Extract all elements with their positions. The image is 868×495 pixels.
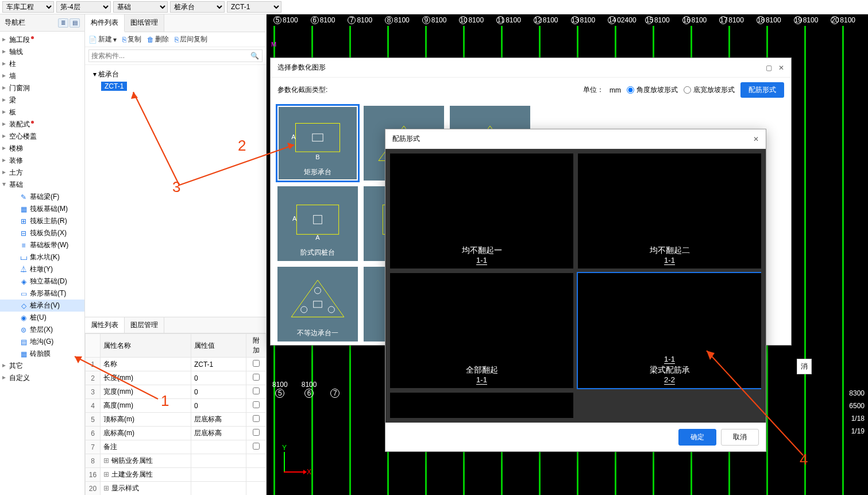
nav-item[interactable]: ▸门窗洞: [0, 82, 84, 94]
col-name: 属性名称: [101, 334, 191, 358]
modal1-close-icon[interactable]: ✕: [778, 64, 784, 72]
nav-subitem[interactable]: ◇桩承台(V): [0, 300, 84, 312]
type-icon: ▤: [20, 338, 28, 346]
component-select[interactable]: ZCT-1: [227, 1, 281, 13]
nav-item[interactable]: ▸装修: [0, 155, 84, 167]
nav-subitem[interactable]: ✎基础梁(F): [0, 191, 84, 203]
nav-subitem[interactable]: ⏃柱墩(Y): [0, 263, 84, 275]
type-select[interactable]: 桩承台: [170, 1, 225, 13]
property-row[interactable]: 5顶标高(m)层底标高: [86, 413, 266, 427]
nav-item[interactable]: ▸施工段: [0, 34, 84, 46]
modal1-max-icon[interactable]: ▢: [766, 64, 772, 72]
property-row[interactable]: 16土建业务属性: [86, 468, 266, 482]
radio-width[interactable]: 底宽放坡形式: [684, 85, 735, 95]
nav-item[interactable]: ▸楼梯: [0, 143, 84, 155]
copy-button[interactable]: ⎘复制: [122, 34, 141, 44]
type-icon: ▦: [20, 205, 28, 213]
type-icon: ◉: [20, 314, 28, 322]
delete-button[interactable]: 🗑删除: [147, 34, 169, 44]
nav-item[interactable]: ▸空心楼盖: [0, 131, 84, 143]
mid-panel: 构件列表 图纸管理 📄新建 ▾ ⎘复制 🗑删除 ⎘层间复制 🔍 ▾ 桩承台 ZC…: [85, 14, 267, 495]
shape-card[interactable]: AA阶式四桩台: [277, 186, 358, 261]
type-icon: ▭: [20, 290, 28, 298]
modal2-title: 配筋形式: [392, 134, 420, 144]
property-row[interactable]: 1名称ZCT-1: [86, 358, 266, 371]
search-icon: 🔍: [250, 52, 259, 60]
property-row[interactable]: 8钢筋业务属性: [86, 454, 266, 468]
search-input[interactable]: [88, 49, 263, 62]
rebar-card[interactable]: 横向面筋纵向面筋横向底筋YDJ均不翻起二1-1: [578, 154, 761, 268]
type-icon: ⊞: [20, 217, 28, 225]
tab-properties[interactable]: 属性列表: [85, 317, 125, 333]
modal2-close-icon[interactable]: ✕: [753, 135, 759, 143]
property-row[interactable]: 4高度(mm)0: [86, 399, 266, 413]
nav-subitem[interactable]: ≡基础板带(W): [0, 239, 84, 251]
nav-item[interactable]: ▸装配式: [0, 118, 84, 131]
tab-component-list[interactable]: 构件列表: [85, 14, 125, 32]
modal1-title: 选择参数化图形: [277, 63, 326, 72]
rebar-form-button[interactable]: 配筋形式: [740, 82, 784, 98]
nav-subitem[interactable]: ⊞筏板主筋(R): [0, 215, 84, 227]
svg-rect-13: [314, 216, 322, 224]
unit-value: mm: [609, 86, 621, 94]
nav-view-list-icon[interactable]: ≣: [58, 18, 68, 28]
property-row[interactable]: 7备注: [86, 440, 266, 454]
property-row[interactable]: 3宽度(mm)0: [86, 385, 266, 399]
unit-label: 单位：: [583, 85, 604, 95]
svg-point-19: [301, 306, 307, 313]
nav-item[interactable]: ▸柱: [0, 58, 84, 70]
marker-m: M: [271, 41, 276, 48]
component-group[interactable]: ▾ 桩承台: [85, 68, 266, 80]
svg-rect-1: [313, 134, 323, 141]
rebar-card[interactable]: 横向面筋纵向面筋横向底筋YDJ均不翻起一1-1: [390, 154, 573, 268]
component-leaf-zct1[interactable]: ZCT-1: [101, 82, 127, 91]
rebar-card[interactable]: 横向钢筋XGJ纵向钢筋YGJ: [390, 393, 573, 418]
nav-subitem[interactable]: ▤地沟(G): [0, 336, 84, 348]
nav-view-grid-icon[interactable]: ▤: [70, 18, 80, 28]
nav-subitem[interactable]: ◈独立基础(D): [0, 275, 84, 287]
property-row[interactable]: 20显示样式: [86, 482, 266, 496]
tab-layers[interactable]: 图层管理: [125, 317, 164, 333]
nav-item[interactable]: ▸板: [0, 106, 84, 118]
svg-rect-12: [296, 205, 338, 235]
cancel-button[interactable]: 取消: [721, 429, 759, 446]
nav-subitem[interactable]: ▭条形基础(T): [0, 287, 84, 300]
type-icon: ⊜: [20, 326, 28, 334]
svg-text:B: B: [315, 154, 319, 160]
category-select[interactable]: 基础: [113, 1, 168, 13]
property-panel: 属性列表 图层管理 属性名称 属性值 附加 1名称ZCT-12长度(mm)03宽…: [85, 317, 266, 495]
svg-marker-17: [291, 280, 344, 317]
tab-drawing-mgmt[interactable]: 图纸管理: [125, 14, 164, 32]
ruler-top: 5810068100781008810098100108100118100128…: [267, 14, 868, 26]
nav-item[interactable]: ▸其它: [0, 360, 84, 372]
nav-subitem[interactable]: ⌴集水坑(K): [0, 251, 84, 263]
property-table: 属性名称 属性值 附加 1名称ZCT-12长度(mm)03宽度(mm)04高度(…: [85, 333, 266, 495]
nav-subitem[interactable]: ▦筏板基础(M): [0, 203, 84, 215]
section-type-label: 参数化截面类型:: [277, 85, 327, 95]
rebar-card[interactable]: 上部筋XGJ1-1梁式配筋承2-2: [578, 273, 761, 388]
svg-point-18: [315, 287, 321, 294]
floor-select[interactable]: 第-4层: [56, 1, 111, 13]
ok-button[interactable]: 确定: [678, 429, 716, 446]
search-box: 🔍: [85, 47, 266, 65]
type-icon: ⊟: [20, 229, 28, 237]
nav-item[interactable]: ▸墙: [0, 70, 84, 82]
nav-subitem[interactable]: ⊜垫层(X): [0, 324, 84, 336]
new-button[interactable]: 📄新建 ▾: [88, 34, 117, 44]
nav-item[interactable]: ▸轴线: [0, 46, 84, 58]
shape-card[interactable]: 不等边承台一: [277, 267, 358, 341]
property-row[interactable]: 2长度(mm)0: [86, 371, 266, 385]
nav-subitem[interactable]: ◉桩(U): [0, 312, 84, 324]
nav-item[interactable]: ▾基础: [0, 179, 84, 191]
nav-subitem[interactable]: ⊟筏板负筋(X): [0, 227, 84, 239]
nav-item[interactable]: ▸梁: [0, 94, 84, 106]
rebar-card[interactable]: 横向面筋XMJ横向底筋YDJ全部翻起1-1: [390, 273, 573, 388]
nav-item[interactable]: ▸自定义: [0, 372, 84, 384]
shape-card[interactable]: BA矩形承台: [277, 106, 358, 181]
nav-subitem[interactable]: ▦砖胎膜: [0, 348, 84, 360]
floorcopy-button[interactable]: ⎘层间复制: [175, 34, 207, 44]
radio-angle[interactable]: 角度放坡形式: [627, 85, 678, 95]
nav-item[interactable]: ▸土方: [0, 167, 84, 179]
project-select[interactable]: 车库工程: [2, 1, 54, 13]
property-row[interactable]: 6底标高(m)层底标高: [86, 427, 266, 440]
